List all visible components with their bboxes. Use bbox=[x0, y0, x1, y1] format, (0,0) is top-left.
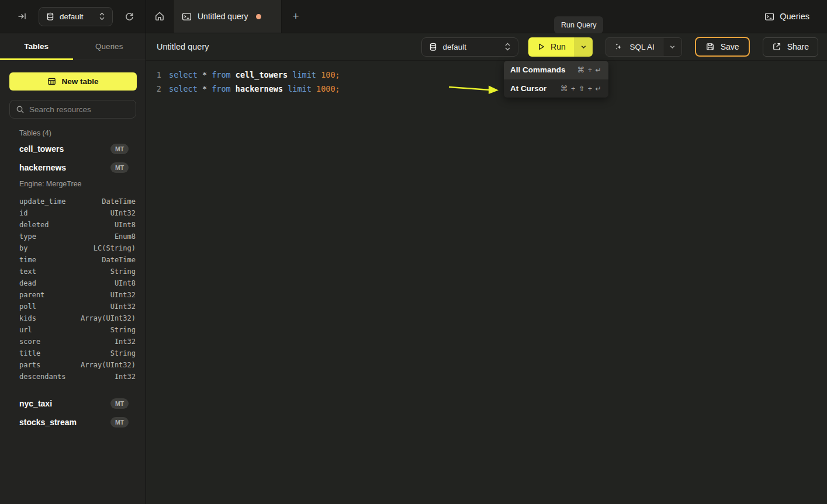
sparkles-icon bbox=[614, 42, 624, 51]
top-bar: default bbox=[0, 0, 827, 33]
new-table-button[interactable]: New table bbox=[9, 72, 137, 91]
column-name: descendants bbox=[19, 373, 115, 381]
tab-strip: Untitled query + bbox=[146, 0, 764, 33]
column-name: score bbox=[19, 338, 115, 346]
column-type: Int32 bbox=[115, 373, 136, 381]
column-row-by: byLC(String) bbox=[0, 242, 146, 254]
column-type: Int32 bbox=[115, 338, 136, 346]
table-name: cell_towers bbox=[19, 144, 110, 154]
save-button-label: Save bbox=[721, 42, 739, 51]
column-type: Array(UInt32) bbox=[81, 361, 136, 369]
sql-ai-options-caret[interactable] bbox=[663, 38, 681, 56]
console-icon bbox=[182, 12, 192, 22]
menu-item-shortcut: ⌘ + ⇧ + ↵ bbox=[560, 84, 602, 93]
search-box bbox=[9, 100, 136, 119]
code-text: select * from cell_towers limit 100; bbox=[169, 70, 340, 79]
column-name: title bbox=[19, 349, 110, 357]
collapse-sidebar-icon[interactable] bbox=[14, 8, 30, 25]
save-icon bbox=[705, 42, 715, 51]
share-button-label: Share bbox=[787, 42, 809, 51]
column-row-descendants: descendantsInt32 bbox=[0, 371, 146, 383]
database-selector[interactable]: default bbox=[421, 37, 518, 57]
column-type: LC(String) bbox=[94, 244, 136, 252]
table-row-cell_towers[interactable]: cell_towersMT bbox=[0, 140, 146, 158]
column-type: String bbox=[110, 326, 136, 334]
code-line-1[interactable]: 1select * from cell_towers limit 100; bbox=[146, 68, 827, 82]
column-type: Enum8 bbox=[115, 232, 136, 241]
column-name: type bbox=[19, 232, 115, 241]
column-name: id bbox=[19, 209, 110, 217]
query-toolbar: Untitled query default bbox=[146, 33, 827, 61]
table-row-hackernews[interactable]: hackernewsMT bbox=[0, 158, 146, 177]
sidebar: Tables Queries New table Tables (4) cell… bbox=[0, 33, 146, 504]
queries-button[interactable]: Queries bbox=[764, 12, 809, 22]
sql-editor[interactable]: 1select * from cell_towers limit 100;2se… bbox=[146, 61, 827, 96]
column-type: String bbox=[110, 349, 136, 357]
column-row-parent: parentUInt32 bbox=[0, 289, 146, 301]
database-icon bbox=[46, 12, 54, 21]
database-selector-value: default bbox=[60, 12, 84, 21]
engine-badge: MT bbox=[110, 144, 129, 154]
sql-ai-button-main[interactable]: SQL AI bbox=[606, 38, 662, 56]
column-name: poll bbox=[19, 303, 110, 311]
console-icon bbox=[764, 12, 774, 22]
database-selector-value: default bbox=[442, 43, 466, 51]
column-row-update_time: update_timeDateTime bbox=[0, 196, 146, 207]
column-name: deleted bbox=[19, 221, 115, 229]
column-row-type: typeEnum8 bbox=[0, 231, 146, 242]
top-bar-left: default bbox=[0, 0, 146, 33]
table-grid-icon bbox=[47, 77, 56, 86]
engine-label: Engine: MergeTree bbox=[0, 177, 146, 191]
column-row-kids: kidsArray(UInt32) bbox=[0, 312, 146, 324]
menu-item-all-commands[interactable]: All Commands⌘ + ↵ bbox=[504, 61, 608, 79]
line-number: 1 bbox=[146, 70, 161, 79]
tables-list: cell_towersMThackernewsMTEngine: MergeTr… bbox=[0, 140, 146, 432]
column-row-parts: partsArray(UInt32) bbox=[0, 359, 146, 371]
column-row-id: idUInt32 bbox=[0, 207, 146, 219]
column-type: Array(UInt32) bbox=[81, 314, 136, 322]
code-line-2[interactable]: 2select * from hackernews limit 1000; bbox=[146, 82, 827, 96]
code-text: select * from hackernews limit 1000; bbox=[169, 84, 340, 93]
select-caret-icon bbox=[504, 43, 511, 51]
engine-badge: MT bbox=[110, 162, 129, 173]
table-row-stocks_stream[interactable]: stocks_streamMT bbox=[0, 413, 146, 432]
column-type: DateTime bbox=[102, 256, 136, 264]
database-icon bbox=[429, 43, 437, 51]
share-button[interactable]: Share bbox=[763, 37, 818, 57]
run-button-label: Run bbox=[551, 42, 566, 51]
home-button[interactable] bbox=[146, 0, 173, 33]
sql-ai-button-label: SQL AI bbox=[629, 43, 654, 51]
line-number: 2 bbox=[146, 84, 161, 93]
column-row-title: titleString bbox=[0, 347, 146, 359]
database-selector[interactable]: default bbox=[39, 7, 113, 26]
column-name: update_time bbox=[19, 197, 102, 206]
search-input[interactable] bbox=[29, 105, 133, 114]
sidebar-tab-tables[interactable]: Tables bbox=[0, 33, 73, 60]
new-table-button-label: New table bbox=[61, 77, 98, 86]
toolbar-controls: default Run bbox=[421, 37, 818, 57]
column-type: UInt32 bbox=[110, 209, 136, 217]
menu-item-at-cursor[interactable]: At Cursor⌘ + ⇧ + ↵ bbox=[504, 79, 608, 98]
column-type: DateTime bbox=[102, 197, 136, 206]
column-row-deleted: deletedUInt8 bbox=[0, 219, 146, 231]
refresh-icon[interactable] bbox=[121, 8, 137, 25]
run-button-main[interactable]: Run bbox=[528, 37, 574, 57]
column-name: url bbox=[19, 326, 110, 334]
menu-item-label: All Commands bbox=[510, 65, 566, 74]
save-button[interactable]: Save bbox=[695, 37, 750, 57]
column-name: dead bbox=[19, 279, 115, 287]
main-panel: Untitled query default bbox=[146, 33, 827, 504]
sql-ai-button: SQL AI bbox=[605, 37, 681, 57]
new-tab-button[interactable]: + bbox=[282, 0, 310, 33]
queries-button-label: Queries bbox=[780, 12, 809, 21]
run-options-caret[interactable] bbox=[574, 37, 593, 57]
column-name: text bbox=[19, 267, 110, 276]
column-row-text: textString bbox=[0, 266, 146, 277]
search-icon bbox=[16, 105, 25, 114]
tables-section-label: Tables (4) bbox=[19, 129, 136, 138]
sidebar-tab-queries[interactable]: Queries bbox=[73, 33, 146, 60]
table-row-nyc_taxi[interactable]: nyc_taxiMT bbox=[0, 394, 146, 413]
tab-untitled-query[interactable]: Untitled query bbox=[173, 0, 282, 33]
column-name: time bbox=[19, 256, 102, 264]
column-row-url: urlString bbox=[0, 324, 146, 336]
